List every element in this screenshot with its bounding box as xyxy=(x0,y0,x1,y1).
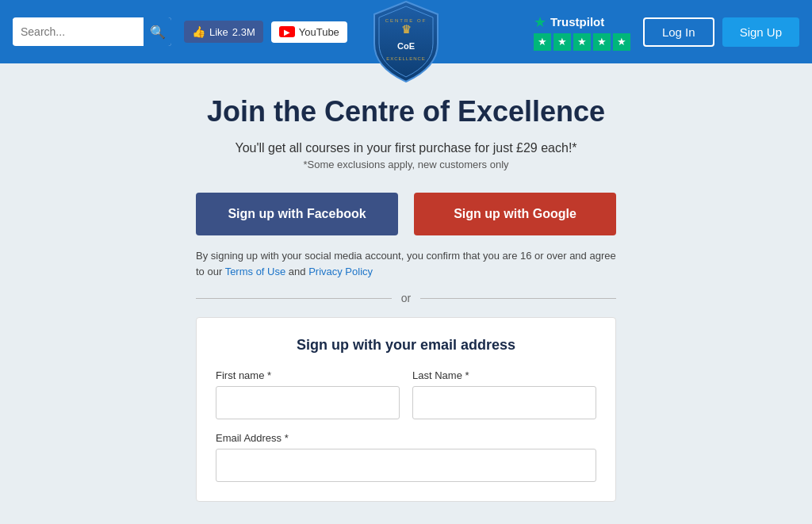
youtube-button[interactable]: ▶ YouTube xyxy=(271,21,347,43)
thumbs-up-icon: 👍 xyxy=(192,25,205,38)
first-name-label: First name * xyxy=(216,369,400,381)
header-signup-button[interactable]: Sign Up xyxy=(722,17,799,47)
star-1: ★ xyxy=(534,33,551,51)
facebook-like-button[interactable]: 👍 Like 2.3M xyxy=(184,21,263,43)
first-name-input[interactable] xyxy=(216,386,400,419)
divider-left xyxy=(196,298,392,299)
main-content: Join the Centre of Excellence You'll get… xyxy=(0,63,812,524)
social-signup-buttons: Sign up with Facebook Sign up with Googl… xyxy=(196,193,616,235)
search-button[interactable]: 🔍 xyxy=(144,17,171,46)
subtitle-text: You'll get all courses in your first pur… xyxy=(235,141,576,155)
logo-shield: ♛ CoE CENTRE OF EXCELLENCE xyxy=(370,0,442,83)
facebook-signup-button[interactable]: Sign up with Facebook xyxy=(196,193,398,235)
star-2: ★ xyxy=(553,33,571,51)
youtube-label: YouTube xyxy=(299,26,339,38)
svg-text:CENTRE OF: CENTRE OF xyxy=(385,18,427,23)
divider-right xyxy=(420,298,616,299)
star-3: ★ xyxy=(573,33,591,51)
search-icon: 🔍 xyxy=(150,25,166,40)
star-4: ★ xyxy=(593,33,611,51)
svg-text:♛: ♛ xyxy=(401,23,412,36)
legal-text: By signing up with your social media acc… xyxy=(196,248,616,279)
or-text: or xyxy=(392,292,420,304)
email-card-title: Sign up with your email address xyxy=(216,337,596,354)
last-name-group: Last Name * xyxy=(412,369,596,419)
email-group: Email Address * xyxy=(216,432,596,482)
youtube-icon: ▶ xyxy=(279,26,295,37)
search-input[interactable] xyxy=(13,19,144,44)
like-label: Like xyxy=(209,26,228,38)
svg-text:EXCELLENCE: EXCELLENCE xyxy=(386,56,426,61)
privacy-policy-link[interactable]: Privacy Policy xyxy=(308,266,373,277)
login-button[interactable]: Log In xyxy=(643,17,714,47)
name-row: First name * Last Name * xyxy=(216,369,596,419)
like-count: 2.3M xyxy=(232,26,255,38)
page-title: Join the Centre of Excellence xyxy=(207,95,605,128)
email-label: Email Address * xyxy=(216,432,596,444)
header: 🔍 👍 Like 2.3M ▶ YouTube ♛ CoE xyxy=(0,0,812,63)
trustpilot-stars: ★ ★ ★ ★ ★ xyxy=(534,33,630,51)
or-divider: or xyxy=(196,292,616,304)
search-wrapper: 🔍 xyxy=(13,17,171,46)
auth-buttons: Log In Sign Up xyxy=(643,17,799,47)
trustpilot-label: Trustpilot xyxy=(550,15,604,29)
svg-text:CoE: CoE xyxy=(397,41,415,51)
trustpilot-star-icon: ★ xyxy=(534,13,546,31)
email-input[interactable] xyxy=(216,449,596,482)
trustpilot-widget: ★ Trustpilot ★ ★ ★ ★ ★ xyxy=(534,13,630,51)
star-5: ★ xyxy=(613,33,630,51)
logo-container: ♛ CoE CENTRE OF EXCELLENCE xyxy=(370,0,442,86)
terms-of-use-link[interactable]: Terms of Use xyxy=(225,266,286,277)
legal-and: and xyxy=(285,266,308,277)
google-signup-button[interactable]: Sign up with Google xyxy=(414,193,616,235)
last-name-input[interactable] xyxy=(412,386,596,419)
exclusion-note: *Some exclusions apply, new customers on… xyxy=(303,159,508,170)
first-name-group: First name * xyxy=(216,369,400,419)
last-name-label: Last Name * xyxy=(412,369,596,381)
email-signup-card: Sign up with your email address First na… xyxy=(196,317,616,502)
